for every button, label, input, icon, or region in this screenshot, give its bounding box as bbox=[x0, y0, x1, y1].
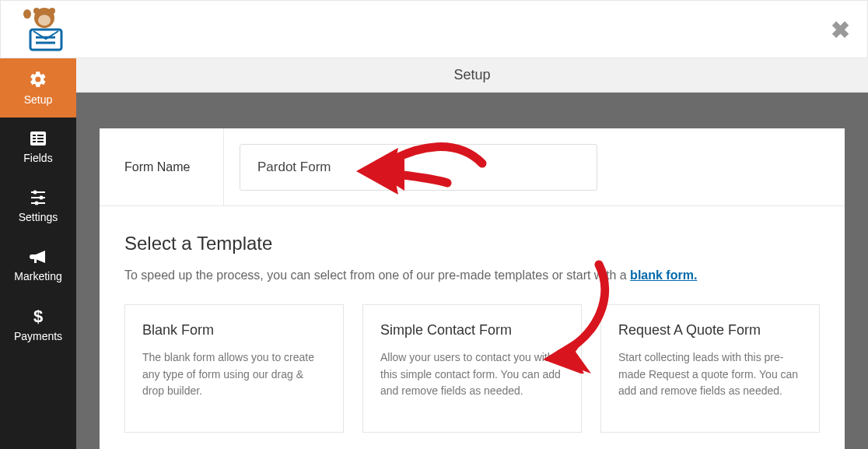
template-heading: Select a Template bbox=[124, 233, 820, 254]
template-card-title: Blank Form bbox=[142, 322, 326, 339]
top-bar bbox=[0, 0, 868, 58]
blank-form-link[interactable]: blank form. bbox=[630, 268, 697, 282]
svg-point-1 bbox=[33, 8, 40, 14]
template-blank-form[interactable]: Blank Form The blank form allows you to … bbox=[124, 304, 344, 433]
wpforms-logo bbox=[10, 6, 66, 53]
svg-rect-13 bbox=[33, 141, 36, 142]
sidebar-item-fields[interactable]: Fields bbox=[0, 118, 76, 177]
svg-point-16 bbox=[33, 191, 37, 195]
template-lead: To speed up the process, you can select … bbox=[124, 268, 820, 282]
svg-rect-9 bbox=[33, 135, 36, 136]
dollar-icon: $ bbox=[32, 307, 44, 325]
svg-point-20 bbox=[35, 202, 39, 205]
sidebar-item-label: Setup bbox=[24, 93, 53, 106]
bullhorn-icon bbox=[29, 248, 47, 265]
sliders-icon bbox=[29, 189, 47, 206]
template-cards: Blank Form The blank form allows you to … bbox=[124, 304, 820, 433]
sidebar-item-setup[interactable]: Setup bbox=[0, 58, 76, 118]
svg-rect-21 bbox=[34, 259, 37, 263]
svg-point-3 bbox=[38, 15, 51, 26]
close-icon: ✖ bbox=[831, 16, 850, 44]
template-card-desc: Allow your users to contact you with thi… bbox=[380, 349, 564, 400]
sidebar-item-label: Settings bbox=[19, 211, 58, 223]
template-simple-contact-form[interactable]: Simple Contact Form Allow your users to … bbox=[362, 304, 582, 433]
template-request-quote-form[interactable]: Request A Quote Form Start collecting le… bbox=[600, 304, 820, 433]
form-name-label-cell: Form Name bbox=[100, 128, 224, 205]
sidebar-item-label: Marketing bbox=[14, 270, 61, 282]
svg-point-2 bbox=[49, 8, 55, 14]
form-name-label: Form Name bbox=[124, 160, 190, 174]
svg-rect-11 bbox=[33, 138, 36, 139]
content-panel: Form Name Select a Template To speed up … bbox=[100, 128, 845, 449]
template-lead-text: To speed up the process, you can select … bbox=[124, 268, 630, 282]
svg-rect-14 bbox=[37, 141, 44, 142]
svg-text:$: $ bbox=[33, 307, 43, 325]
form-name-row: Form Name bbox=[100, 128, 845, 206]
form-name-input-cell bbox=[224, 144, 845, 191]
svg-point-18 bbox=[40, 196, 44, 200]
template-section: Select a Template To speed up the proces… bbox=[100, 206, 845, 433]
page-header: Setup bbox=[76, 58, 868, 93]
form-name-input[interactable] bbox=[240, 144, 597, 191]
sidebar-item-label: Payments bbox=[14, 330, 62, 342]
close-button[interactable]: ✖ bbox=[824, 14, 856, 45]
main-content: Setup Form Name Select a Template bbox=[76, 58, 868, 449]
gear-icon bbox=[29, 70, 47, 89]
sidebar-item-settings[interactable]: Settings bbox=[0, 177, 76, 236]
template-card-title: Simple Contact Form bbox=[380, 322, 564, 339]
sidebar-item-payments[interactable]: $ Payments bbox=[0, 295, 76, 354]
content-area: Form Name Select a Template To speed up … bbox=[76, 93, 868, 449]
svg-rect-12 bbox=[37, 138, 44, 139]
template-card-desc: The blank form allows you to create any … bbox=[142, 349, 326, 400]
template-card-title: Request A Quote Form bbox=[618, 322, 802, 339]
svg-rect-10 bbox=[37, 135, 44, 136]
sidebar: Setup Fields Settings Marketing $ Paymen… bbox=[0, 58, 76, 449]
svg-point-4 bbox=[23, 9, 31, 19]
page-title: Setup bbox=[453, 67, 490, 83]
list-icon bbox=[29, 130, 47, 147]
sidebar-item-label: Fields bbox=[23, 152, 52, 164]
template-card-desc: Start collecting leads with this pre-mad… bbox=[618, 349, 802, 400]
sidebar-item-marketing[interactable]: Marketing bbox=[0, 236, 76, 295]
